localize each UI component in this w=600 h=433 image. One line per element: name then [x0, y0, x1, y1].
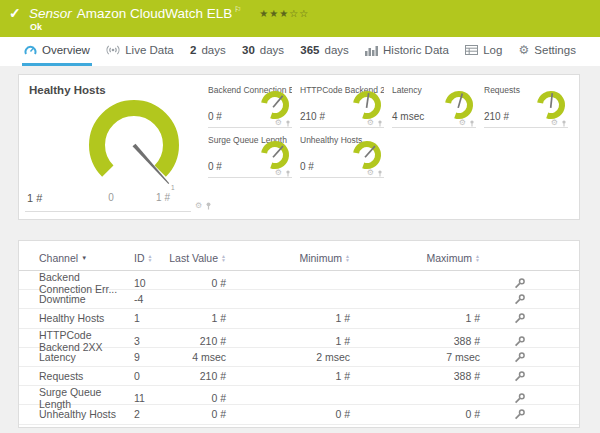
divider: [25, 211, 191, 212]
stars-empty: ☆☆: [289, 8, 309, 19]
priority-stars[interactable]: ★★★☆☆: [259, 8, 309, 19]
gear-icon[interactable]: ⚙: [551, 119, 558, 127]
sort-icon: ▲▼: [148, 254, 153, 262]
last-value: 1 #: [166, 312, 226, 324]
channel-id: 3: [134, 335, 166, 347]
table-row: Requests 0 210 # 1 # 388 #: [19, 367, 579, 386]
column-header-label: Minimum: [299, 252, 342, 264]
gear-icon[interactable]: ⚙: [275, 169, 282, 177]
settings-gear-icon: ⚙: [519, 44, 530, 56]
column-header-maximum[interactable]: Maximum ▲▼: [350, 252, 480, 264]
wrench-icon[interactable]: [514, 370, 526, 382]
gauge-backend-connection-errors[interactable]: Backend Connection E... 0 # ⚙: [208, 85, 292, 131]
table-row: Healthy Hosts 1 1 # 1 # 1 #: [19, 309, 579, 328]
channel-name: Latency: [39, 351, 134, 363]
pin-icon[interactable]: [377, 170, 383, 177]
pin-icon[interactable]: [205, 202, 212, 210]
wrench-icon[interactable]: [514, 277, 526, 289]
tab-settings[interactable]: ⚙ Settings: [517, 37, 578, 66]
wrench-icon[interactable]: [514, 335, 526, 347]
gear-icon[interactable]: ⚙: [195, 202, 202, 210]
gauge-unhealthy-hosts[interactable]: Unhealthy Hosts 0 # ⚙: [300, 135, 384, 181]
wrench-icon[interactable]: [514, 392, 526, 404]
gauge-current-value: 0 #: [208, 111, 222, 122]
channel-id: 2: [134, 408, 166, 420]
table-row: Surge Queue Length 11 0 #: [19, 386, 579, 405]
tab-label: Log: [483, 44, 502, 56]
small-gauge-dial: [442, 88, 476, 122]
minimum-value: 1 #: [226, 370, 350, 382]
column-header-label: Maximum: [427, 252, 473, 264]
pin-icon[interactable]: [285, 170, 291, 177]
pin-icon[interactable]: [561, 120, 567, 127]
maximum-value: 0 #: [350, 408, 480, 420]
column-header-minimum[interactable]: Minimum ▲▼: [226, 252, 350, 264]
divider: [208, 127, 292, 128]
gauge-surge-queue-length[interactable]: Surge Queue Length 0 # ⚙: [208, 135, 292, 181]
tab-historic-data[interactable]: Historic Data: [363, 37, 451, 66]
gauge-current-value: 4 msec: [392, 111, 424, 122]
wrench-icon[interactable]: [514, 293, 526, 305]
channel-name: Healthy Hosts: [39, 312, 134, 324]
pin-icon[interactable]: [469, 120, 475, 127]
tab-live-data[interactable]: Live Data: [104, 37, 176, 66]
tab-log[interactable]: Log: [463, 37, 504, 66]
column-header-last-value[interactable]: Last Value ▲▼: [166, 252, 226, 264]
minimum-value: 1 #: [226, 335, 350, 347]
gauge-current-value: 1 #: [27, 192, 42, 204]
wrench-icon[interactable]: [514, 351, 526, 363]
pin-icon[interactable]: [285, 120, 291, 127]
table-row: Unhealthy Hosts 2 0 # 0 # 0 #: [19, 405, 579, 424]
table-row: Backend Connection Err... 10 0 #: [19, 271, 579, 290]
tab-30-days[interactable]: 30 days: [240, 37, 286, 66]
divider: [300, 177, 384, 178]
channel-name: Requests: [39, 370, 134, 382]
tab-label: Settings: [534, 44, 576, 56]
gear-icon[interactable]: ⚙: [367, 169, 374, 177]
page-title: Amazon CloudWatch ELB: [77, 6, 233, 21]
last-value: 0 #: [166, 408, 226, 420]
gauge-healthy-hosts[interactable]: Healthy Hosts 1 0 1 # 1 # ⚙: [19, 75, 207, 221]
tab-overview[interactable]: Overview: [22, 37, 92, 66]
tab-label: Historic Data: [383, 44, 449, 56]
channel-name: Unhealthy Hosts: [39, 408, 134, 420]
gauge-httpcode-backend-2xx[interactable]: HTTPCode Backend 2... 210 # ⚙: [300, 85, 384, 131]
small-gauge-dial: [258, 138, 292, 172]
last-value: 0 #: [166, 277, 226, 289]
small-gauge-dial: [534, 88, 568, 122]
column-header-id[interactable]: ID ▲▼: [134, 252, 166, 264]
tab-unit: days: [260, 44, 284, 56]
wrench-icon[interactable]: [514, 408, 526, 420]
tab-365-days[interactable]: 365 days: [298, 37, 350, 66]
gauge-tick-label: 1: [171, 184, 175, 191]
channel-id: -4: [134, 293, 166, 305]
gauge-needle: [273, 146, 283, 157]
column-header-label: ID: [134, 252, 145, 264]
gear-icon[interactable]: ⚙: [367, 119, 374, 127]
main-gauge-dial: 1 0 1 #: [59, 83, 209, 209]
channel-name: Backend Connection Err...: [39, 271, 134, 295]
table-row: Downtime -4: [19, 290, 579, 309]
small-gauge-dial: [350, 138, 384, 172]
sensor-title-line: SensorAmazon CloudWatch ELB⚐ ★★★☆☆: [29, 5, 309, 21]
tab-label: Live Data: [125, 44, 174, 56]
gauge-requests[interactable]: Requests 210 # ⚙: [484, 85, 568, 131]
gear-icon[interactable]: ⚙: [459, 119, 466, 127]
minimum-value: 0 #: [226, 408, 350, 420]
minimum-value: 2 msec: [226, 351, 350, 363]
gear-icon[interactable]: ⚙: [275, 119, 282, 127]
tab-2-days[interactable]: 2 days: [188, 37, 228, 66]
tab-number: 2: [190, 44, 196, 56]
maximum-value: 1 #: [350, 312, 480, 324]
pin-icon[interactable]: [377, 120, 383, 127]
divider: [392, 127, 476, 128]
gauge-max-label: 1 #: [156, 192, 170, 203]
channels-table-panel: Channel ▼ ID ▲▼ Last Value ▲▼ Minimum ▲▼…: [18, 240, 580, 428]
column-header-channel[interactable]: Channel ▼: [39, 252, 134, 264]
gauge-latency[interactable]: Latency 4 msec ⚙: [392, 85, 476, 131]
prtg-sensor-page: ✓ SensorAmazon CloudWatch ELB⚐ ★★★☆☆ Ok …: [0, 0, 600, 433]
sensor-header: ✓ SensorAmazon CloudWatch ELB⚐ ★★★☆☆ Ok: [0, 0, 600, 37]
tab-number: 30: [242, 44, 255, 56]
last-value: 210 #: [166, 335, 226, 347]
wrench-icon[interactable]: [514, 312, 526, 324]
